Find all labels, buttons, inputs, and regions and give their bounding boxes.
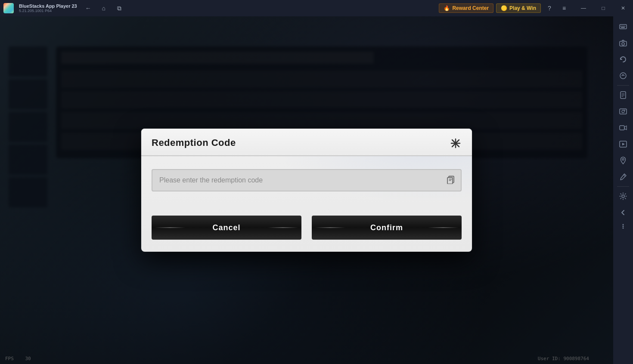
svg-rect-23 xyxy=(624,110,625,111)
modal-title: Redemption Code xyxy=(152,137,236,148)
more-options-button[interactable] xyxy=(619,221,627,232)
svg-point-26 xyxy=(622,159,624,160)
screenshot-button[interactable] xyxy=(615,104,631,119)
separator-1 xyxy=(617,85,629,86)
titlebar: BlueStacks App Player 23 5.21.205.1001 P… xyxy=(0,0,633,16)
apk-icon xyxy=(619,91,627,99)
svg-point-22 xyxy=(622,110,624,113)
rotate-button[interactable] xyxy=(615,52,631,67)
svg-point-15 xyxy=(622,43,624,45)
svg-rect-13 xyxy=(621,27,625,28)
maximize-button[interactable]: □ xyxy=(593,0,613,16)
collapse-sidebar-button[interactable] xyxy=(615,205,631,220)
app-version: 5.21.205.1001 P64 xyxy=(19,9,77,13)
rotate-icon xyxy=(619,55,627,64)
svg-rect-12 xyxy=(624,26,625,27)
location-icon xyxy=(619,156,627,165)
svg-point-16 xyxy=(620,73,626,79)
app-name: BlueStacks App Player 23 xyxy=(19,3,77,9)
location-button[interactable] xyxy=(615,153,631,168)
brush-icon xyxy=(619,173,627,181)
reward-fire-icon: 🔥 xyxy=(444,5,450,11)
play-win-icon: 🟡 xyxy=(501,5,507,11)
back-button[interactable]: ← xyxy=(82,2,94,14)
reward-center-label: Reward Center xyxy=(452,5,489,11)
redemption-modal: Redemption Code xyxy=(141,129,472,252)
modal-body xyxy=(141,156,472,216)
recent-button[interactable]: ⧉ xyxy=(113,2,125,14)
right-sidebar xyxy=(613,16,633,364)
play-win-label: Play & Win xyxy=(509,5,536,11)
replay-icon xyxy=(619,71,627,80)
camera-button[interactable] xyxy=(615,35,631,51)
redemption-code-input[interactable] xyxy=(152,169,462,191)
clipboard-icon xyxy=(446,175,456,184)
cancel-button[interactable]: Cancel xyxy=(152,216,301,240)
settings-icon xyxy=(619,192,627,201)
replay-button[interactable] xyxy=(615,68,631,83)
svg-point-30 xyxy=(623,226,624,227)
settings-button[interactable] xyxy=(615,188,631,204)
brush-button[interactable] xyxy=(615,169,631,185)
media-icon xyxy=(619,140,627,148)
more-icon xyxy=(620,222,627,231)
home-button[interactable]: ⌂ xyxy=(98,2,110,14)
input-wrapper xyxy=(152,169,462,191)
titlebar-center: 🔥 Reward Center 🟡 Play & Win ? ≡ xyxy=(125,2,574,14)
game-viewport: Redemption Code xyxy=(0,16,613,364)
svg-rect-21 xyxy=(620,109,627,114)
apk-button[interactable] xyxy=(615,87,631,103)
svg-point-29 xyxy=(623,224,624,225)
keyboard-button[interactable] xyxy=(615,19,631,34)
svg-point-28 xyxy=(622,195,624,197)
svg-point-31 xyxy=(623,228,624,229)
svg-rect-11 xyxy=(623,26,624,27)
separator-2 xyxy=(617,186,629,187)
record-icon xyxy=(619,123,627,132)
svg-rect-10 xyxy=(622,26,623,27)
close-icon xyxy=(450,137,462,149)
help-button[interactable]: ? xyxy=(543,2,555,14)
confirm-button[interactable]: Confirm xyxy=(312,216,462,240)
menu-button[interactable]: ≡ xyxy=(558,2,570,14)
nav-controls: ← ⌂ ⧉ xyxy=(82,2,125,14)
play-win-button[interactable]: 🟡 Play & Win xyxy=(496,3,541,13)
record-button[interactable] xyxy=(615,120,631,136)
arrow-left-icon xyxy=(620,209,627,216)
app-info: BlueStacks App Player 23 5.21.205.1001 P… xyxy=(19,3,77,13)
modal-close-button[interactable] xyxy=(448,136,463,151)
modal-header: Redemption Code xyxy=(141,129,472,156)
app-logo xyxy=(0,0,17,16)
media-button[interactable] xyxy=(615,136,631,152)
camera-icon xyxy=(619,39,627,47)
screenshot-icon xyxy=(619,107,627,116)
modal-overlay: Redemption Code xyxy=(0,16,613,364)
logo-icon xyxy=(3,3,14,13)
svg-rect-9 xyxy=(621,26,621,27)
window-controls: — □ ✕ xyxy=(574,0,633,16)
modal-footer: Cancel Confirm xyxy=(141,216,472,252)
keyboard-icon xyxy=(619,22,627,31)
svg-rect-24 xyxy=(620,126,624,130)
window-close-button[interactable]: ✕ xyxy=(613,0,633,16)
paste-icon[interactable] xyxy=(446,175,456,186)
svg-line-27 xyxy=(624,175,625,176)
minimize-button[interactable]: — xyxy=(574,0,593,16)
reward-center-button[interactable]: 🔥 Reward Center xyxy=(439,3,493,13)
